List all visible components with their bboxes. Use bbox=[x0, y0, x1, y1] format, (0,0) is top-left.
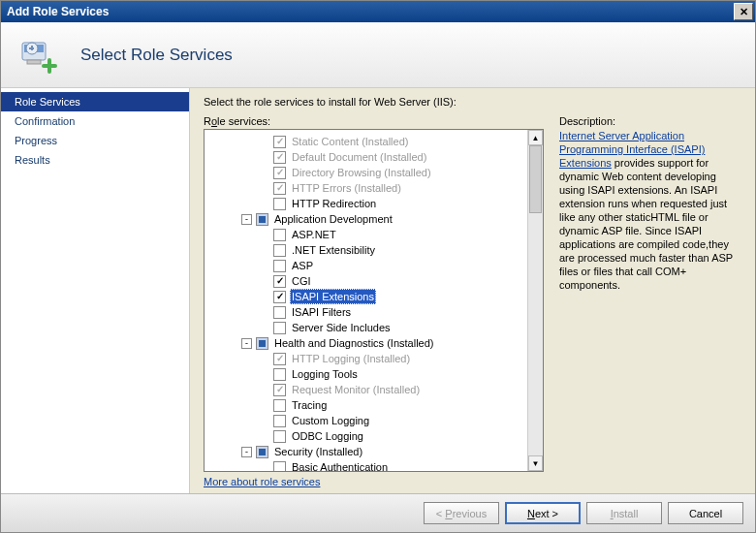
checkbox[interactable] bbox=[256, 337, 268, 350]
previous-button[interactable]: < Previous bbox=[424, 502, 499, 524]
tree-node[interactable]: CGI bbox=[206, 273, 525, 289]
titlebar: Add Role Services ✕ bbox=[1, 1, 755, 22]
tree-node[interactable]: Tracing bbox=[206, 397, 525, 413]
tree-node[interactable]: ASP bbox=[206, 258, 525, 273]
tree-node-label: ISAPI Extensions bbox=[290, 289, 376, 304]
tree-node-label: ISAPI Filters bbox=[290, 304, 353, 320]
tree-node-label: HTTP Logging (Installed) bbox=[290, 351, 412, 366]
checkbox[interactable] bbox=[273, 306, 286, 319]
checkbox[interactable] bbox=[273, 430, 286, 443]
tree-node[interactable]: ISAPI Filters bbox=[206, 304, 525, 320]
checkbox[interactable] bbox=[273, 229, 286, 241]
tree-label: Role services: bbox=[204, 115, 544, 127]
tree-node-label: Tracing bbox=[290, 397, 329, 413]
tree-node-label: HTTP Redirection bbox=[290, 196, 378, 211]
tree-node: Default Document (Installed) bbox=[206, 149, 525, 165]
tree-node[interactable]: ODBC Logging bbox=[206, 428, 525, 444]
checkbox bbox=[273, 136, 286, 148]
tree-node-label: Static Content (Installed) bbox=[290, 134, 410, 149]
tree-node-label: ODBC Logging bbox=[290, 428, 365, 444]
description-label: Description: bbox=[559, 115, 741, 127]
tree-node-label: Basic Authentication bbox=[290, 459, 390, 471]
checkbox[interactable] bbox=[273, 291, 286, 303]
tree-node-label: ASP bbox=[290, 258, 315, 273]
tree-node[interactable]: Custom Logging bbox=[206, 413, 525, 428]
scroll-up-icon[interactable]: ▲ bbox=[528, 130, 543, 145]
page-title: Select Role Services bbox=[80, 46, 233, 65]
collapse-icon[interactable]: - bbox=[241, 214, 252, 225]
checkbox[interactable] bbox=[256, 213, 268, 226]
collapse-icon[interactable]: - bbox=[241, 338, 252, 349]
sidebar-item-confirmation[interactable]: Confirmation bbox=[1, 111, 189, 131]
window-title: Add Role Services bbox=[7, 5, 109, 18]
tree-node[interactable]: -Application Development bbox=[206, 211, 525, 227]
tree-node-label: CGI bbox=[290, 273, 313, 289]
tree-node: Static Content (Installed) bbox=[206, 134, 525, 149]
sidebar-item-results[interactable]: Results bbox=[1, 150, 189, 170]
scroll-thumb[interactable] bbox=[529, 145, 542, 213]
checkbox[interactable] bbox=[273, 198, 286, 210]
tree-node-label: Logging Tools bbox=[290, 366, 360, 382]
checkbox[interactable] bbox=[273, 275, 286, 288]
svg-rect-7 bbox=[47, 58, 51, 74]
checkbox bbox=[273, 182, 286, 195]
tree-node[interactable]: ASP.NET bbox=[206, 227, 525, 242]
description-text: Internet Server Application Programming … bbox=[559, 129, 741, 292]
tree-node-label: Custom Logging bbox=[290, 413, 371, 428]
next-button[interactable]: Next > bbox=[505, 502, 581, 524]
tree-node: Request Monitor (Installed) bbox=[206, 382, 525, 397]
checkbox[interactable] bbox=[273, 368, 286, 381]
checkbox bbox=[273, 353, 286, 365]
tree-node[interactable]: Logging Tools bbox=[206, 366, 525, 382]
sidebar: Role ServicesConfirmationProgressResults bbox=[1, 88, 190, 493]
tree-node[interactable]: ISAPI Extensions bbox=[206, 289, 525, 304]
close-icon[interactable]: ✕ bbox=[734, 3, 753, 20]
tree-node: HTTP Logging (Installed) bbox=[206, 351, 525, 366]
checkbox[interactable] bbox=[273, 415, 286, 427]
tree-node: HTTP Errors (Installed) bbox=[206, 180, 525, 196]
tree-node[interactable]: -Security (Installed) bbox=[206, 444, 525, 459]
tree-node-label: Security (Installed) bbox=[272, 444, 364, 459]
checkbox[interactable] bbox=[273, 244, 286, 257]
header: Select Role Services bbox=[1, 22, 755, 88]
tree-node[interactable]: Server Side Includes bbox=[206, 320, 525, 335]
role-services-tree[interactable]: Static Content (Installed)Default Docume… bbox=[204, 129, 544, 472]
svg-rect-2 bbox=[27, 60, 41, 64]
tree-node[interactable]: .NET Extensibility bbox=[206, 242, 525, 258]
checkbox bbox=[273, 167, 286, 179]
scroll-down-icon[interactable]: ▼ bbox=[528, 455, 543, 471]
instruction-text: Select the role services to install for … bbox=[204, 96, 741, 108]
checkbox[interactable] bbox=[256, 446, 268, 458]
tree-node-label: Application Development bbox=[272, 211, 394, 227]
tree-node-label: HTTP Errors (Installed) bbox=[290, 180, 403, 196]
checkbox bbox=[273, 151, 286, 164]
tree-node-label: Directory Browsing (Installed) bbox=[290, 165, 433, 180]
scrollbar[interactable]: ▲ ▼ bbox=[527, 130, 543, 471]
sidebar-item-role-services[interactable]: Role Services bbox=[1, 92, 189, 111]
more-link[interactable]: More about role services bbox=[204, 476, 544, 487]
tree-node-label: ASP.NET bbox=[290, 227, 338, 242]
tree-node[interactable]: -Health and Diagnostics (Installed) bbox=[206, 335, 525, 351]
install-button[interactable]: Install bbox=[586, 502, 662, 524]
checkbox[interactable] bbox=[273, 399, 286, 412]
svg-rect-5 bbox=[29, 47, 34, 49]
tree-node: Directory Browsing (Installed) bbox=[206, 165, 525, 180]
tree-node-label: Health and Diagnostics (Installed) bbox=[272, 335, 435, 351]
tree-node-label: Default Document (Installed) bbox=[290, 149, 428, 165]
checkbox[interactable] bbox=[273, 260, 286, 272]
tree-node-label: Server Side Includes bbox=[290, 320, 393, 335]
checkbox bbox=[273, 384, 286, 396]
footer: < Previous Next > Install Cancel bbox=[1, 493, 755, 532]
tree-node-label: .NET Extensibility bbox=[290, 242, 377, 258]
collapse-icon[interactable]: - bbox=[241, 447, 252, 457]
tree-node-label: Request Monitor (Installed) bbox=[290, 382, 422, 397]
cancel-button[interactable]: Cancel bbox=[668, 502, 743, 524]
wizard-icon bbox=[18, 35, 59, 76]
checkbox[interactable] bbox=[273, 461, 286, 472]
tree-node[interactable]: HTTP Redirection bbox=[206, 196, 525, 211]
sidebar-item-progress[interactable]: Progress bbox=[1, 131, 189, 150]
tree-node[interactable]: Basic Authentication bbox=[206, 459, 525, 471]
checkbox[interactable] bbox=[273, 322, 286, 334]
